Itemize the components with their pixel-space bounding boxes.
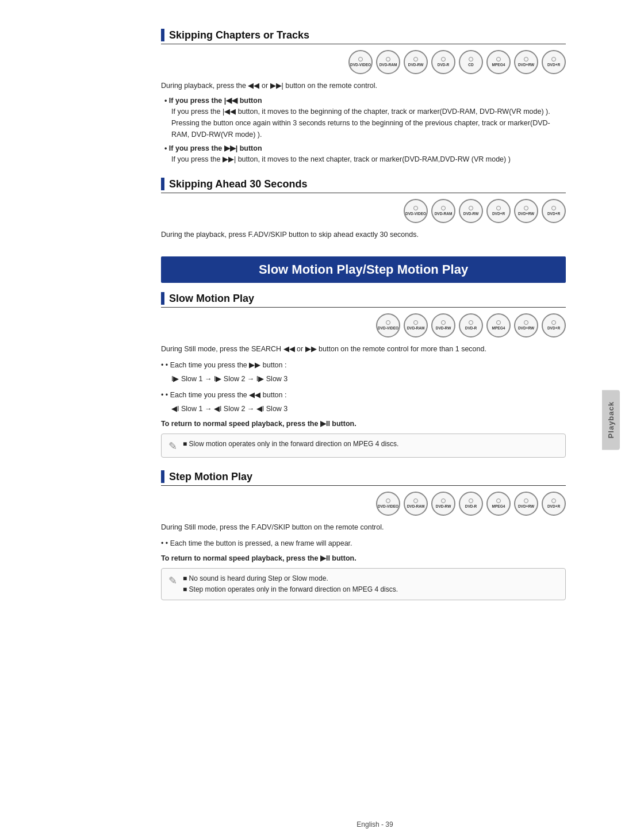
disc-icons-row-slow: DVD-VIDEO DVD-RAM DVD-RW DVD-R MPEG4 DVD… [161,313,566,337]
bullet-prev-button: • If you press the |◀◀ button If you pre… [164,96,566,140]
skipping-ahead-heading: Skipping Ahead 30 Seconds [161,178,566,193]
disc3-dvd-video: DVD-VIDEO [376,313,400,337]
note-pencil-icon2: ✎ [168,574,177,587]
step-motion-intro: During Still mode, press the F.ADV/SKIP … [161,521,566,533]
disc-dvd-ram: DVD-RAM [376,50,400,74]
slow-motion-banner: Slow Motion Play/Step Motion Play [161,256,566,283]
disc2-dvd-plus-rw: DVD+RW [514,199,538,223]
disc4-dvd-video: DVD-VIDEO [376,492,400,516]
disc-icons-row-step: DVD-VIDEO DVD-RAM DVD-RW DVD-R MPEG4 DVD… [161,492,566,516]
slow-motion-note-text: ■ Slow motion operates only in the forwa… [183,439,398,450]
skipping-ahead-section: Skipping Ahead 30 Seconds DVD-VIDEO DVD-… [161,178,566,240]
disc3-dvd-plus-rw: DVD+RW [514,313,538,337]
skipping-ahead-body: During the playback, press F.ADV/SKIP bu… [161,229,566,240]
disc-icons-row-ahead: DVD-VIDEO DVD-RAM DVD-RW DVD+R DVD+RW DV… [161,199,566,223]
skipping-chapters-intro: During playback, press the ◀◀ or ▶▶| but… [161,80,566,91]
slow-motion-bullet1: • Each time you press the ▶▶ button : [161,359,566,371]
skipping-chapters-section: Skipping Chapters or Tracks DVD-VIDEO DV… [161,29,566,165]
right-tab: Playback [600,0,621,840]
slow-motion-seq1: I▶ Slow 1 → I▶ Slow 2 → I▶ Slow 3 [171,373,566,385]
step-motion-note-line1: ■ No sound is heard during Step or Slow … [183,573,398,584]
disc3-dvd-rw: DVD-RW [431,313,455,337]
disc2-dvd-rw: DVD-RW [459,199,483,223]
step-motion-title: Step Motion Play [169,471,252,483]
step-motion-note-box: ✎ ■ No sound is heard during Step or Slo… [161,568,566,600]
bullet1-body: If you press the |◀◀ button, it moves to… [171,106,566,140]
blue-bar-icon4 [161,470,164,483]
disc3-dvd-ram: DVD-RAM [404,313,428,337]
left-margin [0,0,150,840]
disc2-dvd-ram: DVD-RAM [431,199,455,223]
step-motion-section: Step Motion Play DVD-VIDEO DVD-RAM DVD-R… [161,470,566,600]
disc-dvd-rw: DVD-RW [404,50,428,74]
slow-motion-intro: During Still mode, press the SEARCH ◀◀ o… [161,343,566,355]
slow-motion-heading: Slow Motion Play [161,292,566,308]
slow-motion-title: Slow Motion Play [169,293,254,305]
disc4-dvd-r: DVD-R [459,492,483,516]
disc-dvd-video: DVD-VIDEO [348,50,373,74]
disc4-mpeg4: MPEG4 [486,492,511,516]
bullet-next-button: • If you press the ▶▶| button If you pre… [164,144,566,165]
bullet2-body: If you press the ▶▶| button, it moves to… [171,154,566,165]
step-motion-bullet1: • Each time the button is pressed, a new… [161,538,566,549]
step-motion-bold-note: To return to normal speed playback, pres… [161,554,566,562]
disc-cd: CD [459,50,483,74]
disc-dvd-r: DVD-R [431,50,455,74]
disc3-mpeg4: MPEG4 [486,313,511,337]
disc4-dvd-plus-r: DVD+R [542,492,566,516]
disc-icons-row-skipping: DVD-VIDEO DVD-RAM DVD-RW DVD-R CD MPEG4 … [161,50,566,74]
skipping-chapters-title: Skipping Chapters or Tracks [169,29,309,41]
skipping-chapters-heading: Skipping Chapters or Tracks [161,29,566,44]
step-motion-heading: Step Motion Play [161,470,566,486]
disc2-dvd-plus-r: DVD+R [486,199,511,223]
disc4-dvd-rw: DVD-RW [431,492,455,516]
skipping-ahead-title: Skipping Ahead 30 Seconds [169,178,307,190]
disc2-dvd-video: DVD-VIDEO [404,199,428,223]
disc4-dvd-plus-rw: DVD+RW [514,492,538,516]
bullet2-title: • If you press the ▶▶| button [164,144,566,152]
blue-bar-icon3 [161,292,164,305]
slow-motion-section: Slow Motion Play DVD-VIDEO DVD-RAM DVD-R… [161,292,566,458]
playback-tab-label: Playback [602,390,620,450]
slow-motion-bullet2: • Each time you press the ◀◀ button : [161,389,566,401]
bullet1-title: • If you press the |◀◀ button [164,96,566,105]
disc-dvd-plus-r: DVD+R [542,50,566,74]
disc3-dvd-plus-r: DVD+R [542,313,566,337]
disc4-dvd-ram: DVD-RAM [404,492,428,516]
step-motion-note-text: ■ No sound is heard during Step or Slow … [183,573,398,595]
note-pencil-icon: ✎ [168,440,177,452]
disc-dvd-plus-rw: DVD+RW [514,50,538,74]
disc3-dvd-r: DVD-R [459,313,483,337]
step-motion-note-line2: ■ Step motion operates only in the forwa… [183,584,398,595]
main-content: Skipping Chapters or Tracks DVD-VIDEO DV… [150,0,600,840]
slow-motion-bold-note: To return to normal speed playback, pres… [161,419,566,428]
disc-mpeg4: MPEG4 [486,50,511,74]
disc2-dvd-plus-r2: DVD+R [542,199,566,223]
page-container: Skipping Chapters or Tracks DVD-VIDEO DV… [0,0,621,840]
slow-motion-seq2: ◀I Slow 1 → ◀I Slow 2 → ◀I Slow 3 [171,403,566,415]
slow-motion-note-box: ✎ ■ Slow motion operates only in the for… [161,434,566,458]
page-number: English - 39 [356,820,393,829]
blue-bar-icon2 [161,178,164,190]
blue-bar-icon [161,29,164,41]
slow-motion-note-line1: ■ Slow motion operates only in the forwa… [183,439,398,450]
